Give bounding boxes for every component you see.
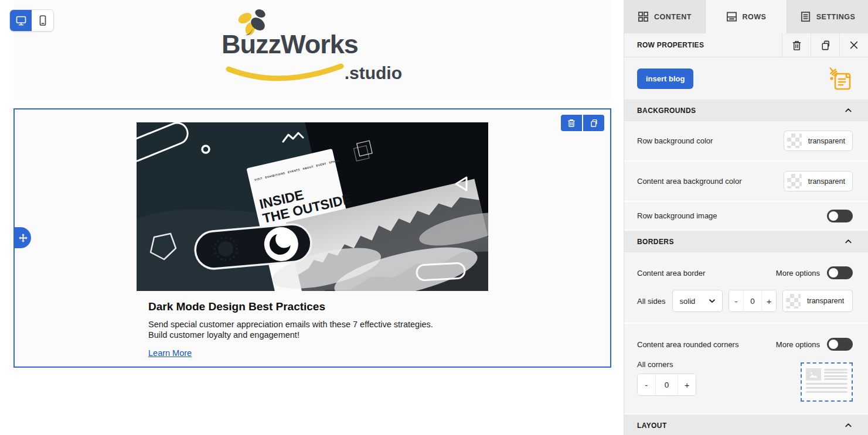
transparent-swatch xyxy=(787,133,802,148)
chevron-down-icon xyxy=(708,297,716,305)
border-color-picker[interactable]: transparent xyxy=(782,290,853,312)
increment-button[interactable]: + xyxy=(762,290,776,311)
section-title: BACKGROUNDS xyxy=(637,107,696,115)
increment-button[interactable]: + xyxy=(678,374,696,395)
content-area-border-group: Content area border More options All sid… xyxy=(624,252,868,324)
row-background-color-row: Row background color transparent xyxy=(624,121,868,162)
tab-label: SETTINGS xyxy=(816,13,856,21)
corner-radius-value: 0 xyxy=(655,374,679,395)
row-duplicate-button[interactable] xyxy=(583,115,604,131)
mobile-phone-icon xyxy=(37,15,49,26)
decrement-button[interactable]: - xyxy=(729,290,743,311)
rounded-corners-group: Content area rounded corners More option… xyxy=(624,324,868,415)
close-panel-button[interactable] xyxy=(839,33,868,57)
mobile-preview-button[interactable] xyxy=(32,10,53,31)
content-area-preview xyxy=(801,362,853,402)
more-options-label: More options xyxy=(776,269,820,278)
image-placeholder-icon xyxy=(806,368,821,381)
content-grid-icon xyxy=(638,11,649,22)
duplicate-icon xyxy=(589,118,598,128)
rows-icon xyxy=(726,11,737,22)
email-row-selected[interactable]: VISIT EXHIBITIONS EVENTS ABOUT EVENT SPA… xyxy=(13,108,611,368)
content-bg-color-picker[interactable]: transparent xyxy=(784,171,853,191)
field-label: Content area rounded corners xyxy=(637,340,776,349)
brand-suffix-text: .studio xyxy=(345,63,402,83)
content-background-color-row: Content area background color transparen… xyxy=(624,162,868,202)
settings-doc-icon xyxy=(800,11,811,22)
article-block: Dark Mode Design Best Practices Send spe… xyxy=(137,300,488,358)
insert-blog-button[interactable]: insert blog xyxy=(637,68,693,89)
chevron-up-icon[interactable] xyxy=(844,106,853,115)
field-label: Row background color xyxy=(637,136,713,145)
trash-icon xyxy=(567,118,576,128)
section-title: BORDERS xyxy=(637,238,674,246)
chevron-up-icon[interactable] xyxy=(844,421,853,430)
desktop-monitor-icon xyxy=(15,15,27,26)
border-width-value: 0 xyxy=(743,290,762,311)
more-options-label: More options xyxy=(776,340,820,349)
learn-more-link[interactable]: Learn More xyxy=(148,348,192,358)
text-lines-placeholder xyxy=(824,368,847,381)
swoosh-underline xyxy=(224,62,347,87)
device-preview-toggle xyxy=(9,9,54,32)
buzzworks-logo: BuzzWorks .studio xyxy=(222,8,403,91)
corners-more-options-toggle[interactable] xyxy=(827,338,853,351)
honey-blog-icon xyxy=(827,66,854,91)
duplicate-row-button[interactable] xyxy=(811,33,839,57)
article-title: Dark Mode Design Best Practices xyxy=(148,300,476,313)
properties-panel: CONTENT ROWS SETTINGS ROW PROPERT xyxy=(624,0,868,435)
tab-label: CONTENT xyxy=(654,13,692,21)
border-more-options-toggle[interactable] xyxy=(827,266,853,279)
brand-text: BuzzWorks xyxy=(222,29,358,60)
panel-title: ROW PROPERTIES xyxy=(637,41,782,49)
row-actions xyxy=(561,115,604,131)
row-bg-image-toggle[interactable] xyxy=(827,210,853,222)
transparent-swatch xyxy=(787,174,802,189)
panel-tabs: CONTENT ROWS SETTINGS xyxy=(624,0,868,33)
email-row-logo[interactable]: BuzzWorks .studio xyxy=(13,0,611,100)
email-canvas: BuzzWorks .studio xyxy=(0,0,624,435)
hero-image[interactable]: VISIT EXHIBITIONS EVENTS ABOUT EVENT SPA… xyxy=(137,122,488,291)
insert-blog-row: insert blog xyxy=(624,57,868,100)
delete-row-button[interactable] xyxy=(782,33,811,57)
border-width-stepper: - 0 + xyxy=(729,290,777,312)
tab-rows[interactable]: ROWS xyxy=(705,0,787,33)
duplicate-icon xyxy=(820,40,831,51)
tab-settings[interactable]: SETTINGS xyxy=(787,0,868,33)
chevron-up-icon[interactable] xyxy=(844,237,853,246)
row-delete-button[interactable] xyxy=(561,115,582,131)
section-header-borders[interactable]: BORDERS xyxy=(624,231,868,252)
all-sides-label: All sides xyxy=(637,297,666,306)
row-properties-header: ROW PROPERTIES xyxy=(624,33,868,57)
selected-option: solid xyxy=(680,297,696,306)
color-value: transparent xyxy=(808,137,845,145)
decrement-button[interactable]: - xyxy=(638,374,655,395)
panel-header-actions xyxy=(782,33,868,57)
field-label: Content area background color xyxy=(637,177,742,186)
tab-content[interactable]: CONTENT xyxy=(624,0,705,33)
close-icon xyxy=(849,40,859,50)
article-body: Send special customer appreciation email… xyxy=(148,319,451,340)
field-label: Content area border xyxy=(637,269,776,278)
border-style-select[interactable]: solid xyxy=(672,290,723,312)
section-header-layout[interactable]: LAYOUT xyxy=(624,415,868,435)
color-value: transparent xyxy=(808,177,845,186)
field-label: Row background image xyxy=(637,211,717,220)
color-value: transparent xyxy=(807,297,844,305)
row-bg-color-picker[interactable]: transparent xyxy=(784,131,853,151)
section-title: LAYOUT xyxy=(637,422,667,430)
section-header-backgrounds[interactable]: BACKGROUNDS xyxy=(624,100,868,121)
tab-label: ROWS xyxy=(743,13,767,21)
move-icon xyxy=(18,233,28,243)
transparent-swatch xyxy=(786,294,801,309)
desktop-preview-button[interactable] xyxy=(10,10,32,31)
corner-radius-stepper: - 0 + xyxy=(637,374,696,396)
row-background-image-row: Row background image xyxy=(624,202,868,231)
trash-icon xyxy=(791,40,802,51)
text-lines-placeholder xyxy=(806,383,847,393)
